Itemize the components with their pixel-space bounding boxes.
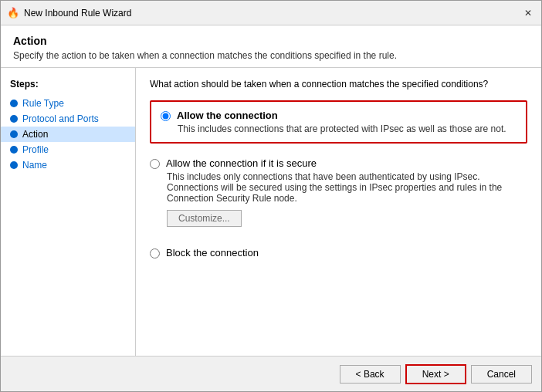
customize-button[interactable]: Customize... xyxy=(167,210,242,227)
option-block-connection: Block the connection xyxy=(150,241,527,265)
page-header: Action Specify the action to be taken wh… xyxy=(1,25,541,68)
sidebar-label-profile: Profile xyxy=(22,144,49,155)
content-area: Steps: Rule Type Protocol and Ports Acti… xyxy=(1,68,541,356)
app-icon: 🔥 xyxy=(7,7,19,19)
question-text: What action should be taken when a conne… xyxy=(150,79,527,90)
footer: < Back Next > Cancel xyxy=(1,356,541,391)
cancel-button[interactable]: Cancel xyxy=(471,365,532,384)
step-dot-name xyxy=(10,161,18,169)
option-allow-label: Allow the connection xyxy=(177,110,278,121)
next-button[interactable]: Next > xyxy=(405,364,466,384)
close-button[interactable]: ✕ xyxy=(521,6,535,20)
radio-block-connection[interactable] xyxy=(150,248,160,259)
radio-allow-connection[interactable] xyxy=(161,111,171,121)
option-block-row: Block the connection xyxy=(150,247,527,259)
sidebar-item-action[interactable]: Action xyxy=(1,127,135,142)
sidebar-item-protocol-ports[interactable]: Protocol and Ports xyxy=(1,111,135,127)
step-dot-protocol-ports xyxy=(10,115,18,123)
option-group: Allow the connection This includes conne… xyxy=(150,100,527,265)
option-allow-desc: This includes connections that are prote… xyxy=(178,123,517,134)
back-button[interactable]: < Back xyxy=(340,365,401,384)
sidebar-label-action: Action xyxy=(22,129,48,140)
page-description: Specify the action to be taken when a co… xyxy=(13,50,529,61)
sidebar: Steps: Rule Type Protocol and Ports Acti… xyxy=(1,68,136,356)
option-allow-row: Allow the connection xyxy=(161,110,517,121)
option-allow-secure-row: Allow the connection if it is secure xyxy=(150,157,527,169)
sidebar-label-rule-type: Rule Type xyxy=(22,98,64,109)
sidebar-item-profile[interactable]: Profile xyxy=(1,142,135,157)
option-allow-connection: Allow the connection This includes conne… xyxy=(150,100,527,144)
sidebar-label-protocol-ports: Protocol and Ports xyxy=(22,113,99,124)
step-dot-rule-type xyxy=(10,100,18,107)
sidebar-title: Steps: xyxy=(1,76,135,96)
sidebar-label-name: Name xyxy=(22,160,47,171)
wizard-window: 🔥 New Inbound Rule Wizard ✕ Action Speci… xyxy=(0,0,542,392)
option-block-label: Block the connection xyxy=(166,247,259,259)
step-dot-profile xyxy=(10,146,18,154)
main-content: What action should be taken when a conne… xyxy=(136,68,541,356)
sidebar-item-name[interactable]: Name xyxy=(1,157,135,173)
option-allow-secure-desc: This includes only connections that have… xyxy=(167,171,527,204)
sidebar-item-rule-type[interactable]: Rule Type xyxy=(1,96,135,111)
radio-allow-secure[interactable] xyxy=(150,159,160,169)
title-bar: 🔥 New Inbound Rule Wizard ✕ xyxy=(1,1,541,25)
page-title: Action xyxy=(13,35,529,47)
option-allow-secure: Allow the connection if it is secure Thi… xyxy=(150,151,527,233)
option-allow-secure-label: Allow the connection if it is secure xyxy=(166,157,317,169)
window-title: New Inbound Rule Wizard xyxy=(24,8,521,19)
step-dot-action xyxy=(10,130,18,138)
